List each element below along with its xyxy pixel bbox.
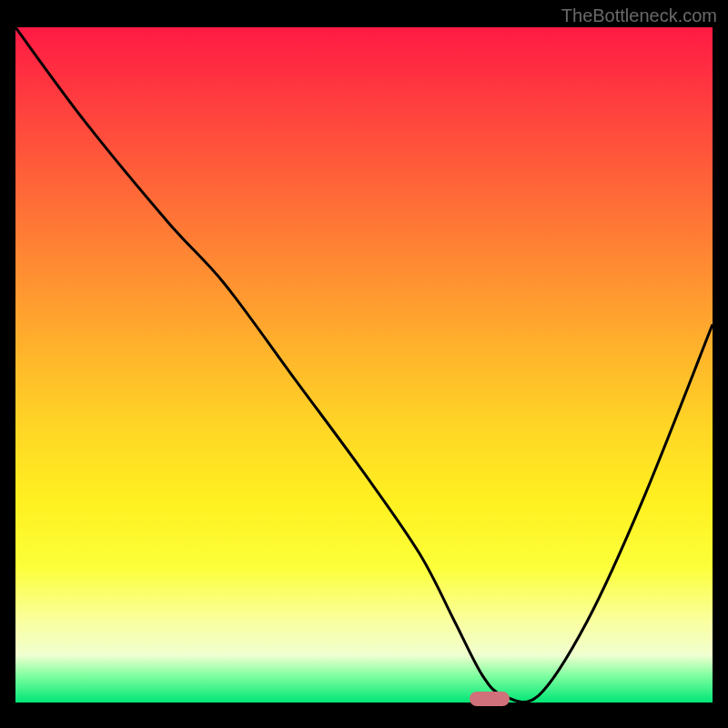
bottleneck-curve xyxy=(15,27,713,703)
chart-curve-svg xyxy=(15,27,713,703)
watermark-text: TheBottleneck.com xyxy=(561,5,717,26)
optimal-point-marker xyxy=(470,692,510,706)
